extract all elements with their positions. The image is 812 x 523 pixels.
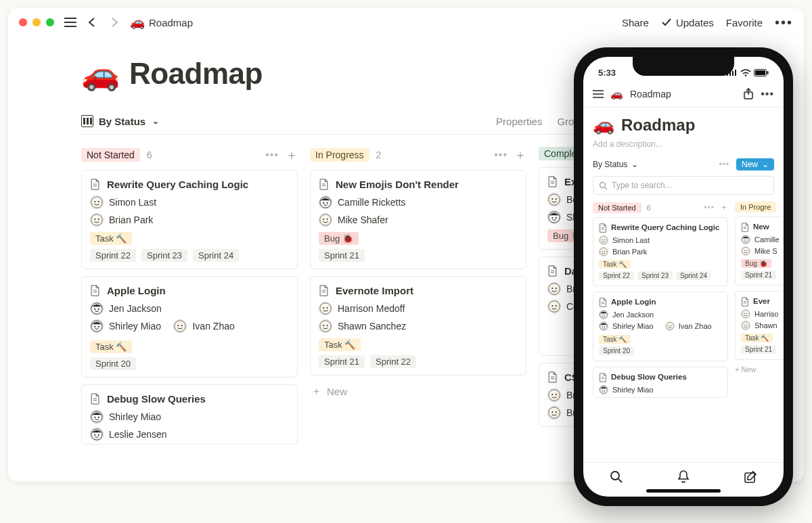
page-icon — [90, 393, 100, 405]
svg-point-26 — [600, 182, 606, 187]
search-icon[interactable] — [610, 470, 623, 484]
view-name: By Status — [99, 116, 145, 127]
page-icon — [319, 179, 329, 190]
column-menu-icon[interactable]: ••• — [704, 203, 715, 212]
column-menu-icon[interactable]: ••• — [494, 149, 508, 161]
avatar — [319, 196, 332, 209]
column-add-icon[interactable]: ＋ — [720, 202, 728, 213]
column-menu-icon[interactable]: ••• — [265, 149, 279, 161]
new-card-button[interactable]: + New — [735, 365, 782, 373]
column-not-started: Not Started 6 ••• ＋ Rewrite Query Cachin… — [81, 147, 298, 451]
phone-column-not-started: Not Started 6 ••• ＋ Rewrite Query Cachin… — [593, 202, 728, 462]
phone-time: 5:33 — [598, 68, 616, 78]
page-icon — [599, 373, 607, 382]
type-tag: Task 🔨 — [319, 338, 361, 351]
phone-top-bar: 🚗 Roadmap ••• — [583, 81, 784, 108]
battery-icon — [754, 69, 769, 76]
phone-page-header: 🚗 Roadmap Add a description... — [583, 108, 784, 152]
top-actions: Share Updates Favorite ••• — [622, 17, 793, 28]
sprint-tag: Sprint 23 — [141, 249, 187, 262]
person-name: Mike Shafer — [338, 214, 388, 225]
description-placeholder[interactable]: Add a description... — [593, 139, 774, 149]
card[interactable]: Evernote Import Harrison Medoff Shawn Sa… — [310, 276, 526, 376]
notifications-icon[interactable] — [677, 470, 690, 484]
card-title: New Emojis Don't Render — [336, 179, 459, 190]
column-count: 6 — [647, 204, 651, 212]
person-name: Shawn Sanchez — [338, 321, 406, 332]
avatar — [547, 406, 561, 419]
more-menu-icon[interactable]: ••• — [761, 88, 774, 100]
wifi-icon — [740, 69, 751, 76]
page-icon — [547, 371, 558, 383]
hamburger-icon[interactable] — [593, 90, 604, 98]
card-title: Rewrite Query Caching Logic — [107, 179, 248, 190]
status-pill[interactable]: Not Started — [593, 202, 641, 213]
card[interactable]: Debug Slow Queries Shirley Miao — [593, 367, 728, 398]
sprint-tag: Sprint 22 — [90, 249, 136, 262]
card[interactable]: New Camille Mike S Bug 🐞 Sprint 21 — [735, 217, 782, 286]
card[interactable]: New Emojis Don't Render Camille Ricketts… — [310, 170, 526, 269]
nav-back-icon[interactable] — [87, 17, 99, 28]
more-menu-icon[interactable]: ••• — [719, 160, 729, 169]
properties-button[interactable]: Properties — [496, 116, 542, 127]
window-traffic-lights[interactable] — [19, 18, 54, 26]
phone-search[interactable]: Type to search... — [593, 176, 774, 195]
column-count: 6 — [147, 150, 152, 160]
avatar — [90, 410, 104, 424]
share-icon[interactable] — [743, 88, 754, 100]
sprint-tag: Sprint 24 — [193, 249, 239, 262]
page-emoji-icon[interactable]: 🚗 — [81, 55, 120, 92]
status-pill[interactable]: In Progress — [310, 148, 369, 162]
page-title[interactable]: Roadmap — [129, 57, 263, 91]
status-pill[interactable]: Not Started — [81, 148, 140, 162]
svg-rect-15 — [732, 71, 734, 76]
search-placeholder: Type to search... — [612, 181, 672, 190]
card[interactable]: Rewrite Query Caching Logic Simon Last B… — [81, 170, 298, 269]
avatar — [547, 300, 561, 313]
car-icon: 🚗 — [130, 15, 145, 30]
share-button[interactable]: Share — [622, 17, 649, 28]
card[interactable]: Apple Login Jen Jackson Shirley Miao Iva… — [593, 292, 728, 361]
person-name: Shirley Miao — [109, 321, 161, 332]
column-add-icon[interactable]: ＋ — [286, 147, 298, 163]
updates-button[interactable]: Updates — [661, 17, 714, 28]
sprint-tag: Sprint 20 — [90, 357, 136, 370]
card[interactable]: Rewrite Query Caching Logic Simon Last B… — [593, 217, 728, 286]
view-select[interactable]: By Status ⌄ — [81, 115, 159, 127]
card[interactable]: Debug Slow Queries Shirley Miao Leslie J… — [81, 384, 298, 445]
page-icon — [90, 179, 100, 190]
page-icon — [547, 265, 558, 277]
status-pill[interactable]: In Progre — [735, 202, 776, 212]
avatar — [319, 319, 332, 333]
page-emoji-icon[interactable]: 🚗 — [593, 114, 614, 135]
page-icon — [90, 285, 100, 296]
new-card-button[interactable]: ＋ New — [310, 382, 526, 401]
column-add-icon[interactable]: ＋ — [514, 147, 526, 163]
window-top-bar: 🚗 Roadmap Share Updates Favorite ••• — [8, 8, 804, 35]
compose-icon[interactable] — [744, 470, 757, 484]
avatar — [90, 319, 104, 333]
favorite-button[interactable]: Favorite — [726, 17, 763, 28]
phone-breadcrumb-title[interactable]: Roadmap — [630, 89, 671, 99]
breadcrumb[interactable]: 🚗 Roadmap — [130, 15, 193, 30]
avatar — [319, 213, 332, 227]
person-name: Shirley Miao — [109, 411, 161, 422]
page-title[interactable]: Roadmap — [621, 116, 695, 135]
svg-line-27 — [605, 187, 607, 189]
view-select[interactable]: By Status ⌄ — [593, 160, 638, 169]
card-title: Evernote Import — [336, 285, 413, 296]
page-icon — [547, 176, 558, 187]
new-button[interactable]: New⌄ — [736, 158, 774, 170]
more-menu-icon[interactable]: ••• — [775, 19, 793, 26]
phone-board[interactable]: Not Started 6 ••• ＋ Rewrite Query Cachin… — [583, 202, 784, 462]
column-in-progress: In Progress 2 ••• ＋ New Emojis Don't Ren… — [310, 147, 526, 451]
chevron-down-icon: ⌄ — [631, 160, 638, 169]
card[interactable]: Apple Login Jen Jackson Shirley Miao Iva… — [81, 276, 298, 378]
card[interactable]: Ever Harriso Shawn Task 🔨 Sprint 21 — [735, 291, 782, 360]
hamburger-icon[interactable] — [64, 17, 77, 28]
card-title: Debug Slow Queries — [107, 393, 206, 405]
sprint-tag: Sprint 21 — [319, 355, 365, 368]
plus-icon: ＋ — [311, 385, 321, 398]
home-indicator[interactable] — [646, 489, 721, 493]
phone-screen: 5:33 🚗 Roadmap ••• 🚗 Roadmap Add a descr… — [583, 57, 784, 497]
